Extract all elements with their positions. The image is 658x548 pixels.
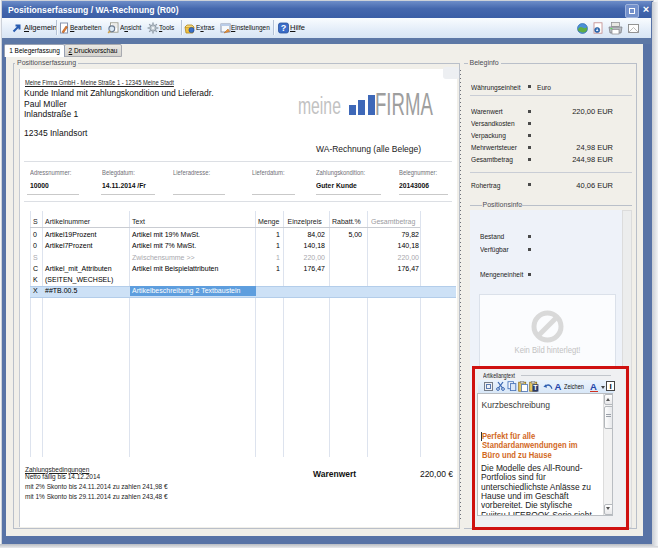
svg-text:?: ? [281,23,287,33]
